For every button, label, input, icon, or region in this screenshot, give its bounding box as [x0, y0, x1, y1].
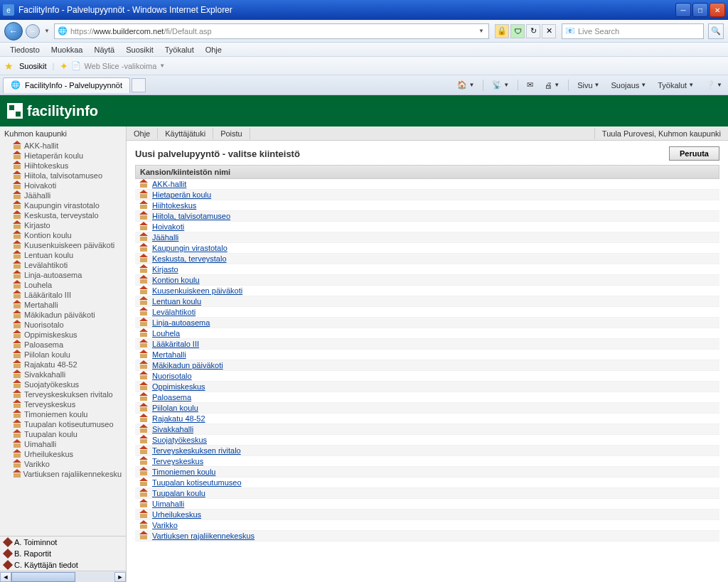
- property-link[interactable]: Rajakatu 48-52: [152, 414, 205, 423]
- sidebar-item[interactable]: Paloasema: [0, 340, 126, 350]
- sidebar-cat-raportit[interactable]: B. Raportit: [0, 548, 126, 559]
- sidebar-item[interactable]: Rajakatu 48-52: [0, 360, 126, 370]
- sidebar-item[interactable]: Timoniemen koulu: [0, 409, 126, 419]
- property-link[interactable]: Vartiuksen rajaliikennekeskus: [152, 532, 255, 540]
- property-link[interactable]: Terveyskeskus: [152, 457, 203, 465]
- sidebar-item[interactable]: Hoivakoti: [0, 180, 126, 190]
- property-link[interactable]: Hoivakoti: [152, 222, 184, 231]
- menu-muokkaa[interactable]: Muokkaa: [46, 44, 89, 55]
- property-link[interactable]: Tuupalan kotiseutumuseo: [152, 478, 242, 487]
- tools-menu[interactable]: Työkalut ▼: [655, 80, 697, 91]
- menu-ohje[interactable]: Ohje: [200, 44, 228, 55]
- new-tab-button[interactable]: [132, 78, 146, 92]
- property-link[interactable]: Terveyskeskuksen rivitalo: [152, 446, 241, 455]
- property-link[interactable]: Hiihtokeskus: [152, 201, 196, 210]
- app-nav-ohje[interactable]: Ohje: [127, 128, 158, 139]
- property-link[interactable]: Nuorisotalo: [152, 372, 192, 380]
- property-link[interactable]: Kirjasto: [152, 265, 178, 274]
- menu-tiedosto[interactable]: Tiedosto: [4, 44, 46, 55]
- cancel-button[interactable]: Peruuta: [669, 146, 719, 161]
- sidebar-item[interactable]: Levälahtikoti: [0, 260, 126, 270]
- scroll-right-button[interactable]: ►: [114, 572, 126, 582]
- help-button[interactable]: ❔▼: [702, 79, 725, 91]
- scroll-thumb[interactable]: [11, 572, 75, 582]
- property-link[interactable]: Sivakkahalli: [152, 425, 193, 433]
- property-link[interactable]: Hietaperän koulu: [152, 190, 211, 199]
- sidebar-item[interactable]: Lääkäritalo III: [0, 290, 126, 300]
- property-link[interactable]: Uimahalli: [152, 500, 184, 508]
- property-link[interactable]: AKK-hallit: [152, 180, 186, 188]
- nav-history-dropdown[interactable]: ▼: [43, 28, 51, 34]
- sidebar-item[interactable]: Uimahalli: [0, 439, 126, 449]
- property-link[interactable]: Paloasema: [152, 393, 191, 402]
- sidebar-item[interactable]: AKK-hallit: [0, 141, 126, 151]
- sidebar-item[interactable]: Sivakkahalli: [0, 370, 126, 379]
- sidebar-item[interactable]: Tuupalan kotiseutumuseo: [0, 419, 126, 429]
- close-button[interactable]: ✕: [710, 3, 725, 17]
- sidebar-item[interactable]: Suojatyökeskus: [0, 379, 126, 389]
- sidebar-item[interactable]: Kirjasto: [0, 220, 126, 230]
- property-link[interactable]: Varikko: [152, 521, 178, 529]
- menu-tyokalut[interactable]: Työkalut: [159, 44, 200, 55]
- property-link[interactable]: Hiitola, talvisotamuseo: [152, 212, 230, 220]
- address-bar[interactable]: 🌐 https://www.buildercom.net/fi/Default.…: [54, 23, 489, 39]
- sidebar-item[interactable]: Jäähalli: [0, 190, 126, 200]
- property-link[interactable]: Kuusenkuiskeen päiväkoti: [152, 286, 242, 295]
- property-link[interactable]: Mäkikadun päiväkoti: [152, 361, 223, 370]
- refresh-button[interactable]: ↻: [526, 24, 540, 38]
- sidebar-item[interactable]: Mäkikadun päiväkoti: [0, 310, 126, 320]
- back-button[interactable]: ←: [4, 22, 23, 41]
- property-link[interactable]: Oppimiskeskus: [152, 382, 205, 391]
- property-link[interactable]: Kontion koulu: [152, 276, 200, 284]
- maximize-button[interactable]: □: [692, 3, 708, 17]
- scroll-left-button[interactable]: ◄: [0, 572, 11, 582]
- app-nav-kayttajatuki[interactable]: Käyttäjätuki: [158, 128, 213, 139]
- sidebar-item[interactable]: Keskusta, terveystalo: [0, 210, 126, 220]
- menu-nayta[interactable]: Näytä: [88, 44, 120, 55]
- sidebar-item[interactable]: Louhela: [0, 280, 126, 290]
- print-button[interactable]: 🖨 ▼: [542, 80, 562, 91]
- tab-facilityinfo[interactable]: 🌐 FacilityInfo - Palvelupyynnöt: [3, 77, 130, 93]
- sidebar-item[interactable]: Hietaperän koulu: [0, 151, 126, 161]
- home-button[interactable]: 🏠 ▼: [454, 79, 477, 91]
- search-button[interactable]: 🔍: [708, 23, 724, 39]
- sidebar-item[interactable]: Terveyskeskus: [0, 399, 126, 409]
- sidebar-item[interactable]: Urheilukeskus: [0, 449, 126, 459]
- sidebar-item[interactable]: Kaupungin virastotalo: [0, 200, 126, 210]
- menu-suosikit[interactable]: Suosikit: [120, 44, 159, 55]
- property-link[interactable]: Piilolan koulu: [152, 404, 198, 412]
- sidebar-item[interactable]: Varikko: [0, 459, 126, 469]
- property-link[interactable]: Levälahtikoti: [152, 308, 196, 316]
- stop-button[interactable]: ✕: [542, 24, 556, 38]
- sidebar-cat-kayttajan-tiedot[interactable]: C. Käyttäjän tiedot: [0, 559, 126, 571]
- sidebar-item[interactable]: Kontion koulu: [0, 230, 126, 240]
- sidebar-item[interactable]: Terveyskeskuksen rivitalo: [0, 389, 126, 399]
- sidebar-item[interactable]: Nuorisotalo: [0, 320, 126, 330]
- lock-icon[interactable]: 🔒: [495, 24, 509, 38]
- property-link[interactable]: Kaupungin virastotalo: [152, 244, 228, 252]
- sidebar-item[interactable]: Oppimiskeskus: [0, 330, 126, 340]
- address-dropdown[interactable]: ▼: [477, 28, 486, 34]
- property-link[interactable]: Lentuan koulu: [152, 297, 201, 306]
- property-link[interactable]: Linja-autoasema: [152, 318, 210, 327]
- sidebar-item[interactable]: Piilolan koulu: [0, 350, 126, 360]
- property-link[interactable]: Keskusta, terveystalo: [152, 254, 227, 263]
- sidebar-item[interactable]: Lentuan koulu: [0, 250, 126, 260]
- cert-icon[interactable]: 🛡: [510, 24, 525, 38]
- sidebar-item[interactable]: Tuupalan koulu: [0, 429, 126, 439]
- favorites-label[interactable]: Suosikit: [19, 62, 47, 70]
- sidebar-item[interactable]: Mertahalli: [0, 300, 126, 310]
- app-nav-poistu[interactable]: Poistu: [213, 128, 250, 139]
- forward-button[interactable]: →: [26, 24, 40, 38]
- property-link[interactable]: Tuupalan koulu: [152, 489, 205, 497]
- property-link[interactable]: Lääkäritalo III: [152, 340, 199, 348]
- search-input[interactable]: 📧 Live Search: [562, 23, 704, 39]
- webslice-link[interactable]: ✦ 📄 Web Slice -valikoima ▼: [60, 60, 165, 72]
- property-link[interactable]: Jäähalli: [152, 233, 178, 242]
- property-link[interactable]: Suojatyökeskus: [152, 436, 207, 444]
- sidebar-item[interactable]: Vartiuksen rajaliikennekesku: [0, 469, 126, 479]
- sidebar-item[interactable]: Hiihtokeskus: [0, 161, 126, 171]
- property-link[interactable]: Mertahalli: [152, 350, 186, 359]
- property-link[interactable]: Louhela: [152, 329, 180, 338]
- sidebar-root[interactable]: Kuhmon kaupunki: [0, 126, 126, 141]
